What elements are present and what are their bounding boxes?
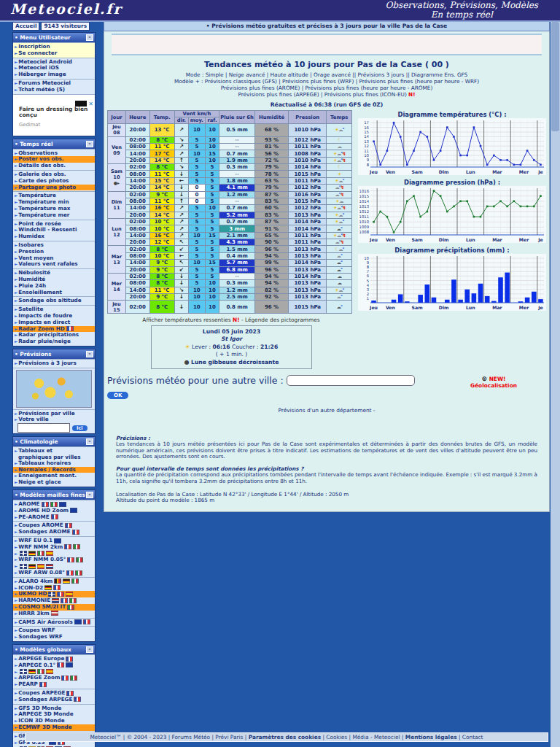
sidebar-item[interactable]: ►ARPEGE Zoom bbox=[13, 675, 95, 681]
site-logo[interactable]: Meteociel.fr bbox=[10, 1, 122, 17]
section-header[interactable]: • Prévisions- bbox=[13, 349, 95, 359]
sidebar-item[interactable]: ►Observations bbox=[13, 150, 95, 157]
collapse-icon[interactable]: - bbox=[86, 438, 93, 445]
sidebar-item[interactable]: ►Vent moyen bbox=[13, 255, 95, 262]
sidebar-item[interactable]: ►ARPEGE Europe bbox=[13, 656, 95, 662]
collapse-icon[interactable]: - bbox=[86, 492, 93, 498]
section-header[interactable]: • Climatologie- bbox=[13, 437, 95, 446]
sidebar-item[interactable]: ►WRF ARW 0.08° bbox=[13, 570, 95, 576]
sidebar-item[interactable]: ►Pluie 24h bbox=[13, 283, 95, 290]
sidebar-item[interactable]: ►Humidex bbox=[13, 233, 95, 240]
sidebar-item[interactable]: ►Point de rosée bbox=[13, 221, 95, 228]
collapse-icon[interactable]: - bbox=[86, 646, 93, 653]
sidebar-item[interactable]: ►Valeurs vent rafales bbox=[13, 261, 95, 268]
collapse-icon[interactable]: - bbox=[86, 351, 93, 357]
sidebar-item[interactable]: ►AROME HD Zoom bbox=[13, 508, 95, 514]
ad-close-icon[interactable]: ✕ bbox=[88, 101, 93, 107]
sidebar-item[interactable]: ►ARPEGE 3D Monde bbox=[13, 711, 95, 718]
sidebar-item[interactable]: ►Se connecter bbox=[13, 50, 95, 57]
sidebar-item[interactable]: ►ARPEGE 0.1° bbox=[13, 662, 95, 669]
sidebar-item[interactable]: ►Sondages ARPEGE bbox=[13, 697, 95, 703]
ad-box[interactable]: ✕Faire un dressing bien conçuGedimat bbox=[13, 94, 95, 136]
sidebar-item[interactable]: ►Sondages WRF bbox=[13, 634, 95, 640]
sidebar-item[interactable]: ►Radar Zoom HD bbox=[13, 326, 95, 333]
sidebar-item[interactable]: ►Neige et glace bbox=[13, 479, 95, 486]
sidebar-item[interactable]: ► bbox=[13, 551, 95, 557]
sidebar-item[interactable]: ►Normales / Records bbox=[13, 467, 95, 473]
sidebar-item[interactable]: ►Satellite bbox=[13, 306, 95, 313]
ici-button[interactable]: Ici bbox=[72, 425, 88, 431]
sidebar-item[interactable]: ►ICON 3D Monde bbox=[13, 718, 95, 724]
scrollbar-thumb[interactable] bbox=[551, 22, 559, 131]
sidebar-item[interactable]: ►Impacts en direct bbox=[13, 320, 95, 326]
sidebar-item[interactable]: ►Partager une photo bbox=[13, 185, 95, 191]
sidebar-city-input[interactable] bbox=[18, 423, 70, 433]
sidebar-item[interactable]: ►Sondage obs altitude bbox=[13, 298, 95, 304]
sidebar-item[interactable]: ►Poster vos obs. bbox=[13, 156, 95, 163]
sidebar-item[interactable]: ►Windchill - Ressenti bbox=[13, 227, 95, 233]
footer-link[interactable]: Mentions légales bbox=[405, 734, 457, 740]
sidebar-item[interactable]: ►Votre ville bbox=[13, 417, 95, 423]
sidebar-item[interactable]: ►Impacts de foudre bbox=[13, 313, 95, 320]
department-select[interactable]: Prévisions d'un autre département - bbox=[107, 407, 546, 414]
footer-link[interactable]: Contact bbox=[462, 734, 483, 740]
sidebar-item[interactable]: ►Tchat météo (5) bbox=[13, 87, 95, 93]
sidebar-item[interactable]: ►UKMO HD bbox=[13, 591, 95, 597]
sidebar-item[interactable]: ►Isobares bbox=[13, 242, 95, 249]
sidebar-item[interactable]: ►Coupes WRF bbox=[13, 627, 95, 634]
sidebar-item[interactable]: ►Sondages AROME bbox=[13, 529, 95, 535]
sidebar-item[interactable]: ►AROME bbox=[13, 501, 95, 508]
sidebar-item[interactable]: ►Prévisions par ville bbox=[13, 411, 95, 417]
footer-link[interactable]: Cookies bbox=[326, 734, 347, 740]
sidebar-item[interactable]: ►Tableaux et bbox=[13, 448, 95, 454]
sidebar-item[interactable]: ►Radar précipitations bbox=[13, 332, 95, 338]
forecast-map-thumbnail[interactable] bbox=[16, 370, 92, 408]
sidebar-item[interactable]: ►Tableaux horaires bbox=[13, 460, 95, 467]
model-links-1[interactable]: Modèle + : Prévisions classiques (GFS) |… bbox=[107, 78, 546, 85]
geolocation-link[interactable]: ⊕ NEW! Géolocalisation bbox=[470, 375, 517, 389]
sidebar-item[interactable]: ►HRRR 3km bbox=[13, 611, 95, 617]
sidebar-item[interactable]: ►Galerie des obs. bbox=[13, 171, 95, 178]
sidebar-item[interactable]: ►HARMONIE bbox=[13, 597, 95, 604]
sidebar-item[interactable]: ►Nébulosité bbox=[13, 270, 95, 276]
section-header[interactable]: • Modèles mailles fines- bbox=[13, 490, 95, 500]
sidebar-item[interactable]: ►Meteociel iOS bbox=[13, 65, 95, 71]
sidebar-item[interactable]: ►GFS 3D Monde bbox=[13, 705, 95, 712]
sidebar-item[interactable]: ►Coupes AROME bbox=[13, 522, 95, 529]
section-header[interactable]: • Temps réel- bbox=[13, 139, 95, 149]
sidebar-item[interactable]: ►Température min bbox=[13, 199, 95, 206]
sidebar-item[interactable]: ►Température mer bbox=[13, 212, 95, 219]
sidebar-item[interactable]: ►ALARO 4km bbox=[13, 578, 95, 585]
sidebar-item[interactable]: ►Humidité bbox=[13, 276, 95, 283]
ok-button[interactable]: OK bbox=[107, 392, 128, 399]
sidebar-item[interactable]: ►Héberger image bbox=[13, 71, 95, 78]
sidebar-item[interactable]: ►Meteociel Android bbox=[13, 59, 95, 66]
model-links-3[interactable]: Prévisions plus fines (ARPEGE) | Prévisi… bbox=[107, 91, 546, 98]
footer-link[interactable]: Forums Météo bbox=[172, 734, 211, 740]
sidebar-item[interactable]: ►WRF NMM 2km bbox=[13, 544, 95, 551]
sidebar-item[interactable]: ►Ensoleillement bbox=[13, 290, 95, 296]
sidebar-item[interactable]: ►PE-AROME bbox=[13, 514, 95, 521]
footer-link[interactable]: © 2004 - 2023 bbox=[127, 734, 167, 740]
sidebar-item[interactable]: ►Température max bbox=[13, 206, 95, 212]
sidebar-item[interactable]: ► bbox=[13, 563, 95, 570]
sidebar-item[interactable]: ►Forums Meteociel bbox=[13, 80, 95, 87]
section-header[interactable]: • Modèles globaux- bbox=[13, 645, 95, 654]
sidebar-item[interactable]: ►WRF NMM 0.05° bbox=[13, 557, 95, 563]
section-header[interactable]: • Menu Utilisateur- bbox=[13, 33, 95, 42]
sidebar-item[interactable]: ► bbox=[13, 669, 95, 676]
sidebar-item[interactable]: ►Radar pluie/neige bbox=[13, 338, 95, 345]
sidebar-item[interactable]: ►PEARP bbox=[13, 681, 95, 688]
footer-link[interactable]: Meteociel™ bbox=[90, 734, 121, 740]
footer-link[interactable]: Prévi Paris bbox=[215, 734, 243, 740]
sidebar-item[interactable]: ►Détails des obs. bbox=[13, 163, 95, 169]
sidebar-item[interactable]: ►WRF EU 0.1 bbox=[13, 538, 95, 544]
city-search-input[interactable] bbox=[287, 375, 415, 386]
footer-link[interactable]: Média - Meteociel bbox=[352, 734, 400, 740]
sidebar-item[interactable]: ►Température bbox=[13, 193, 95, 199]
model-links-2[interactable]: Prévisions plus fines (AROME) | Prévisio… bbox=[107, 85, 546, 91]
sidebar-item[interactable]: graphiques par villes bbox=[13, 454, 95, 460]
legend-line[interactable]: Afficher températures ressenties N! - Lé… bbox=[107, 317, 355, 323]
scrollbar[interactable] bbox=[551, 20, 560, 747]
sidebar-item[interactable]: ►ECMWF 3D Monde bbox=[13, 724, 95, 731]
